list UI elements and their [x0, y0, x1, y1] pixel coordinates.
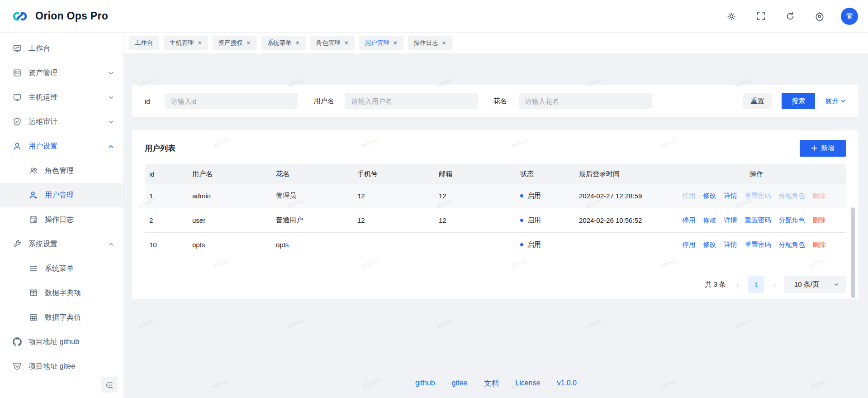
- delete-link[interactable]: 删除: [813, 240, 826, 249]
- footer-link-gitee[interactable]: gitee: [452, 379, 468, 388]
- sidebar-item-系统菜单[interactable]: 系统菜单: [0, 256, 123, 281]
- status-dot-icon: [520, 194, 523, 197]
- close-tab-icon[interactable]: ✕: [344, 40, 349, 46]
- footer-link-License[interactable]: License: [515, 379, 540, 388]
- disable-link[interactable]: 停用: [683, 216, 696, 225]
- sidebar-item-角色管理[interactable]: 角色管理: [0, 158, 123, 183]
- settings-gear-icon[interactable]: [811, 8, 828, 24]
- cell-email: 12: [434, 192, 516, 200]
- sidebar-item-操作日志[interactable]: 操作日志: [0, 207, 123, 232]
- assign-role-link[interactable]: 分配角色: [779, 240, 805, 249]
- search-input-id[interactable]: [165, 93, 298, 109]
- page-number[interactable]: 1: [748, 276, 764, 293]
- assign-role-link: 分配角色: [779, 192, 805, 200]
- prev-page-icon[interactable]: ‹: [734, 281, 741, 288]
- disable-link[interactable]: 停用: [683, 240, 696, 249]
- status-dot-icon: [520, 219, 523, 222]
- cell-email: 12: [434, 216, 516, 224]
- close-tab-icon[interactable]: ✕: [442, 40, 446, 46]
- chevron-up-icon: [108, 241, 114, 247]
- tab-工作台[interactable]: 工作台: [129, 36, 159, 50]
- sidebar-item-项目地址 github[interactable]: 项目地址 github: [0, 330, 123, 354]
- tab-label: 工作台: [135, 39, 153, 47]
- reset-button[interactable]: 重置: [743, 93, 772, 109]
- tab-操作日志[interactable]: 操作日志✕: [408, 36, 452, 50]
- tab-资产授权[interactable]: 资产授权✕: [213, 36, 257, 50]
- sidebar-item-label: 角色管理: [45, 166, 74, 176]
- user-add-icon: [29, 191, 38, 200]
- delete-link[interactable]: 删除: [813, 216, 826, 225]
- assets-icon: [13, 68, 22, 77]
- edit-link[interactable]: 修改: [703, 192, 716, 200]
- sidebar-collapse-icon[interactable]: [101, 377, 117, 393]
- sidebar-item-label: 系统设置: [28, 240, 57, 249]
- expand-toggle[interactable]: 展开: [825, 97, 846, 105]
- close-tab-icon[interactable]: ✕: [393, 40, 398, 46]
- tab-用户管理[interactable]: 用户管理✕: [359, 36, 403, 50]
- reset-password-link[interactable]: 重置密码: [745, 216, 771, 225]
- book-icon: [29, 288, 38, 297]
- sidebar-item-label: 用户管理: [45, 191, 74, 200]
- cell-id: 2: [145, 216, 188, 224]
- sidebar-item-数据字典项[interactable]: 数据字典项: [0, 281, 123, 305]
- sidebar-item-项目地址 gitee[interactable]: 项目地址 gitee: [0, 354, 123, 379]
- sidebar-item-资产管理[interactable]: 资产管理: [0, 61, 123, 85]
- cell-phone: 12: [353, 192, 434, 200]
- tab-主机管理[interactable]: 主机管理✕: [164, 36, 208, 50]
- chevron-down-icon: [840, 98, 846, 104]
- status-text: 启用: [527, 216, 541, 225]
- cell-last-login: 2024-02-27 12:28:59: [574, 192, 674, 200]
- tab-角色管理[interactable]: 角色管理✕: [310, 36, 355, 50]
- user-avatar[interactable]: 管: [841, 8, 858, 25]
- page-footer: githubgitee文档Licensev1.0.0 Copyright© 20…: [124, 379, 868, 398]
- sidebar-item-用户管理[interactable]: 用户管理: [0, 183, 123, 207]
- close-tab-icon[interactable]: ✕: [198, 40, 202, 46]
- chevron-up-icon: [108, 144, 114, 149]
- detail-link[interactable]: 详情: [724, 240, 737, 249]
- detail-link[interactable]: 详情: [724, 216, 737, 225]
- fullscreen-icon[interactable]: [753, 8, 769, 24]
- table-scrollbar[interactable]: [851, 207, 855, 298]
- search-input-花名[interactable]: [519, 93, 652, 109]
- sidebar-item-label: 主机运维: [28, 93, 57, 102]
- sidebar-item-工作台[interactable]: 工作台: [0, 36, 123, 61]
- table-icon: [29, 313, 38, 322]
- refresh-icon[interactable]: [782, 8, 798, 24]
- search-input-用户名[interactable]: [345, 93, 478, 109]
- status-badge: 启用: [516, 192, 574, 200]
- add-user-button[interactable]: 新增: [800, 140, 846, 157]
- next-page-icon[interactable]: ›: [771, 281, 778, 288]
- cell-username: user: [188, 216, 271, 224]
- column-header-手机号: 手机号: [353, 170, 434, 178]
- detail-link[interactable]: 详情: [724, 192, 737, 200]
- row-actions: 停用修改详情重置密码分配角色删除: [674, 240, 846, 249]
- app-title: Orion Ops Pro: [35, 10, 108, 22]
- footer-link-v1.0.0[interactable]: v1.0.0: [557, 379, 577, 388]
- search-button[interactable]: 搜索: [782, 93, 815, 109]
- chevron-down-icon: [108, 95, 114, 100]
- footer-link-文档[interactable]: 文档: [484, 379, 498, 388]
- edit-link[interactable]: 修改: [703, 216, 716, 225]
- cell-username: opts: [188, 241, 271, 249]
- tab-系统菜单[interactable]: 系统菜单✕: [261, 36, 306, 50]
- sidebar-item-系统设置[interactable]: 系统设置: [0, 232, 123, 256]
- edit-link[interactable]: 修改: [703, 240, 716, 249]
- sidebar-item-运维审计[interactable]: 运维审计: [0, 110, 123, 134]
- reset-password-link[interactable]: 重置密码: [745, 240, 771, 249]
- search-field-label: 用户名: [314, 97, 334, 105]
- close-tab-icon[interactable]: ✕: [247, 40, 251, 46]
- sidebar-item-数据字典值[interactable]: 数据字典值: [0, 305, 123, 330]
- close-tab-icon[interactable]: ✕: [295, 40, 300, 46]
- assign-role-link[interactable]: 分配角色: [779, 216, 805, 225]
- status-text: 启用: [527, 240, 541, 249]
- page-size-select[interactable]: 10 条/页: [784, 276, 846, 293]
- status-dot-icon: [520, 243, 523, 246]
- footer-link-github[interactable]: github: [415, 379, 435, 388]
- sidebar-item-用户设置[interactable]: 用户设置: [0, 134, 123, 158]
- column-header-用户名: 用户名: [188, 170, 271, 178]
- sidebar-item-主机运维[interactable]: 主机运维: [0, 85, 123, 110]
- pagination-total: 共 3 条: [705, 280, 726, 289]
- column-header-id: id: [145, 170, 188, 178]
- status-badge: 启用: [516, 216, 574, 225]
- theme-icon[interactable]: [723, 8, 740, 24]
